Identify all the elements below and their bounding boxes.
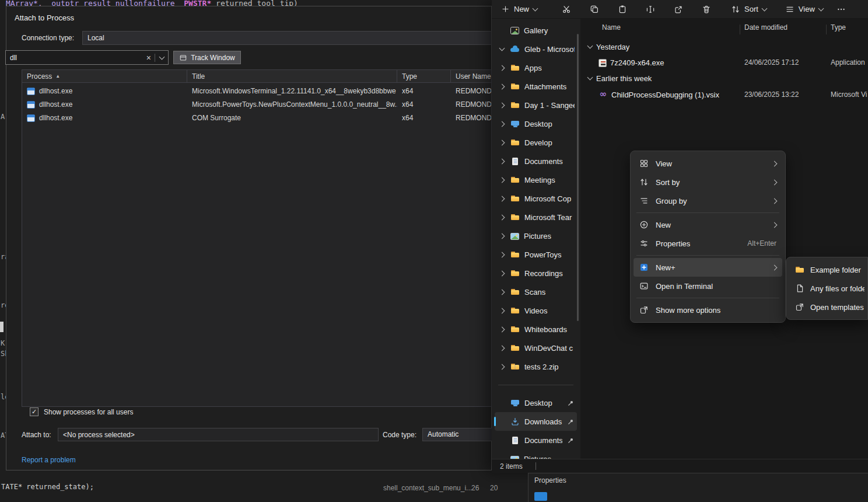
filter-dropdown-button[interactable] <box>155 51 168 64</box>
report-problem-link[interactable]: Report a problem <box>22 456 76 464</box>
menu-item-view[interactable]: View <box>634 154 782 173</box>
sidebar-item-documents[interactable]: Documents <box>495 152 577 170</box>
sidebar-item-tests-zip[interactable]: tests 2.zip <box>495 357 577 376</box>
show-all-users-checkbox[interactable] <box>30 407 38 416</box>
sidebar-item-documents-pinned[interactable]: Documents <box>495 431 577 449</box>
folder-icon <box>510 287 520 297</box>
clear-filter-button[interactable]: × <box>143 54 155 62</box>
submenu-item-example-folder[interactable]: Example folder <box>789 260 864 279</box>
process-row[interactable]: dllhost.exe Microsoft.WindowsTerminal_1.… <box>22 84 491 97</box>
sidebar-item-desktop-pinned[interactable]: Desktop <box>495 393 577 412</box>
menu-item-new-plus[interactable]: New+ <box>634 258 782 277</box>
column-header-name[interactable]: Name <box>602 23 621 32</box>
chevron-right-icon[interactable] <box>498 365 506 369</box>
code-fragment: K <box>1 339 5 347</box>
chevron-right-icon[interactable] <box>498 66 506 70</box>
menu-item-open-in-terminal[interactable]: Open in Terminal <box>634 277 782 295</box>
connection-type-select[interactable]: Local <box>82 31 492 45</box>
view-button[interactable]: View <box>780 2 828 16</box>
7zip-icon <box>598 59 607 67</box>
folder-icon <box>510 82 520 91</box>
pin-icon <box>567 418 575 426</box>
new-button[interactable]: New <box>496 2 542 16</box>
menu-item-group-by[interactable]: Group by <box>634 191 782 210</box>
column-header-title[interactable]: Title <box>187 70 397 82</box>
more-button[interactable] <box>830 1 853 18</box>
attach-to-input[interactable] <box>58 428 379 441</box>
file-row[interactable]: 7z2409-x64.exe 24/06/2025 17:12 Applicat… <box>580 54 868 71</box>
sidebar-item-attachments[interactable]: Attachments <box>495 77 577 96</box>
chevron-right-icon[interactable] <box>498 197 506 201</box>
cut-button[interactable] <box>555 1 578 18</box>
chevron-right-icon[interactable] <box>498 122 506 126</box>
sidebar-item-microsoft-copilot[interactable]: Microsoft Cop <box>495 189 577 208</box>
chevron-right-icon[interactable] <box>498 103 506 107</box>
sidebar-item-day1[interactable]: Day 1 - Sangee <box>495 96 577 114</box>
chevron-right-icon[interactable] <box>498 346 506 350</box>
file-row[interactable]: ChildProcessDebugging (1).vsix 23/06/202… <box>580 86 868 103</box>
sidebar-item-powertoys[interactable]: PowerToys <box>495 245 577 264</box>
chevron-right-icon[interactable] <box>498 290 506 294</box>
chevron-right-icon[interactable] <box>498 159 506 163</box>
paste-button[interactable] <box>611 1 634 18</box>
column-divider[interactable] <box>740 25 740 34</box>
sidebar-item-gallery[interactable]: Gallery <box>495 21 577 40</box>
submenu-item-open-templates[interactable]: Open templates <box>789 298 864 316</box>
chevron-right-icon[interactable] <box>498 234 506 238</box>
code-type-label: Code type: <box>383 431 416 439</box>
chevron-right-icon[interactable] <box>498 309 506 313</box>
sort-button[interactable]: Sort <box>726 2 771 16</box>
sidebar-item-windevchat[interactable]: WinDevChat c <box>495 339 577 357</box>
group-header-earlier-this-week[interactable]: Earlier this week <box>580 70 868 86</box>
chevron-down-icon[interactable] <box>498 48 506 50</box>
sidebar-item-pictures[interactable]: Pictures <box>495 226 577 245</box>
column-header-type[interactable]: Type <box>397 70 451 82</box>
code-type-select[interactable]: Automatic <box>422 428 492 441</box>
sidebar-item-downloads-pinned[interactable]: Downloads <box>495 412 577 431</box>
chevron-right-icon[interactable] <box>498 141 506 145</box>
sidebar-item-onedrive[interactable]: Gleb - Microsof <box>495 40 577 58</box>
copy-button[interactable] <box>583 1 606 18</box>
submenu-item-any-files[interactable]: Any files or folde <box>789 279 864 298</box>
column-divider[interactable] <box>826 25 827 34</box>
sidebar-item-recordings[interactable]: Recordings <box>495 264 577 283</box>
menu-item-sort-by[interactable]: Sort by <box>634 173 782 191</box>
share-button[interactable] <box>667 1 690 18</box>
track-window-button[interactable]: Track Window <box>173 51 241 64</box>
sidebar-item-whiteboards[interactable]: Whiteboards <box>495 320 577 339</box>
chevron-down-icon[interactable] <box>587 75 593 81</box>
chevron-right-icon[interactable] <box>498 215 506 219</box>
rename-button[interactable] <box>639 1 662 18</box>
sidebar-item-microsoft-teams[interactable]: Microsoft Tear <box>495 208 577 226</box>
sidebar-item-meetings[interactable]: Meetings <box>495 170 577 189</box>
process-row[interactable]: dllhost.exe COM Surrogate x64 REDMOND <box>22 111 491 124</box>
menu-item-new[interactable]: New <box>634 215 782 234</box>
chevron-down-icon[interactable] <box>587 43 593 49</box>
delete-button[interactable] <box>695 1 718 18</box>
download-arrow-icon <box>510 417 520 426</box>
chevron-right-icon[interactable] <box>498 253 506 257</box>
menu-item-show-more-options[interactable]: Show more options <box>634 301 782 319</box>
column-header-user[interactable]: User Name <box>451 70 491 82</box>
sidebar-item-desktop[interactable]: Desktop <box>495 114 577 133</box>
sidebar-item-scans[interactable]: Scans <box>495 283 577 301</box>
column-header-date-modified[interactable]: Date modified <box>744 23 788 32</box>
sidebar-item-apps[interactable]: Apps <box>495 58 577 77</box>
codelens-reference[interactable]: shell_context_sub_menu_i... <box>383 484 472 492</box>
column-header-process[interactable]: Process▲ <box>22 70 187 82</box>
column-header-type[interactable]: Type <box>831 23 846 32</box>
nav-scrollbar[interactable] <box>577 34 579 321</box>
sidebar-item-videos[interactable]: Videos <box>495 301 577 320</box>
chevron-right-icon[interactable] <box>498 327 506 332</box>
desktop-monitor-icon <box>510 398 520 407</box>
chevron-right-icon[interactable] <box>498 271 506 276</box>
chevron-right-icon[interactable] <box>498 85 506 89</box>
process-row[interactable]: dllhost.exe Microsoft.PowerToys.NewPlusC… <box>22 97 491 111</box>
sidebar-item-develop[interactable]: Develop <box>495 133 577 152</box>
process-filter-input[interactable] <box>10 54 143 62</box>
chevron-right-icon[interactable] <box>498 178 506 182</box>
group-header-yesterday[interactable]: Yesterday <box>580 39 868 55</box>
properties-panel-title: Properties <box>534 476 566 484</box>
view-list-icon <box>785 5 794 14</box>
menu-item-properties[interactable]: Properties Alt+Enter <box>634 234 782 253</box>
